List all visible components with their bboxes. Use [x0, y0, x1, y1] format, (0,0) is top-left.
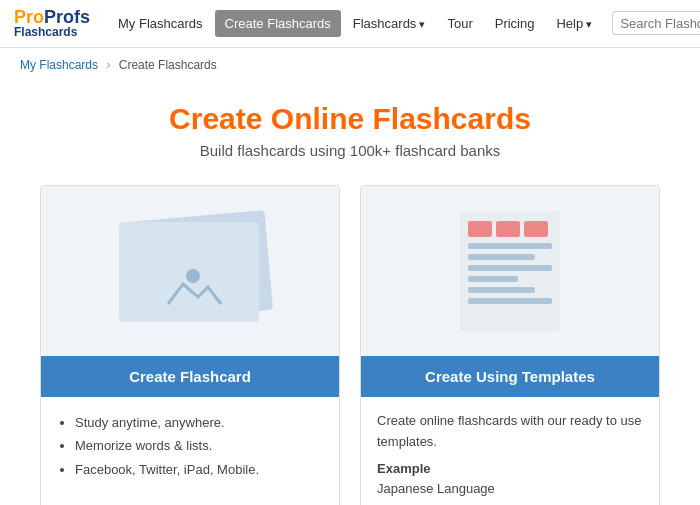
tmpl-line-5	[468, 287, 535, 293]
tmpl-box-1	[468, 221, 492, 237]
flashcard-illustration	[105, 206, 275, 336]
tmpl-line-6	[468, 298, 552, 304]
logo-sub: Flashcards	[14, 26, 90, 39]
card1-features-list: Study anytime, anywhere.Memorize words &…	[57, 411, 323, 481]
search-input[interactable]	[620, 16, 700, 31]
card2-image	[361, 186, 659, 356]
template-page	[460, 211, 560, 331]
nav-my-flashcards[interactable]: My Flashcards	[108, 10, 213, 37]
flashcard-image-icon	[163, 262, 223, 312]
nav-create-flashcards[interactable]: Create Flashcards	[215, 10, 341, 37]
breadcrumb-home[interactable]: My Flashcards	[20, 58, 98, 72]
tmpl-line-4	[468, 276, 518, 282]
card2-body: Create online flashcards with our ready …	[361, 397, 659, 505]
flashcard-front	[119, 222, 259, 322]
card1-body: Study anytime, anywhere.Memorize words &…	[41, 397, 339, 495]
breadcrumb: My Flashcards › Create Flashcards	[0, 48, 700, 82]
tmpl-box-3	[524, 221, 548, 237]
tmpl-line-3	[468, 265, 552, 271]
card2-example-label: Example	[377, 459, 643, 480]
breadcrumb-separator: ›	[106, 58, 110, 72]
svg-point-0	[186, 269, 200, 283]
breadcrumb-current: Create Flashcards	[119, 58, 217, 72]
template-boxes	[468, 221, 552, 237]
logo-pro: Pro	[14, 7, 44, 27]
logo[interactable]: ProProfs Flashcards	[14, 8, 90, 39]
template-illustration	[445, 206, 575, 336]
list-item: Facebook, Twitter, iPad, Mobile.	[75, 458, 323, 481]
header: ProProfs Flashcards My Flashcards Create…	[0, 0, 700, 48]
create-templates-card: Create Using Templates Create online fla…	[360, 185, 660, 505]
tmpl-line-2	[468, 254, 535, 260]
nav-tour[interactable]: Tour	[437, 10, 482, 37]
nav-help-dropdown[interactable]: Help	[546, 10, 602, 37]
card1-image	[41, 186, 339, 356]
create-flashcard-button[interactable]: Create Flashcard	[41, 356, 339, 397]
main-nav: My Flashcards Create Flashcards Flashcar…	[108, 10, 700, 37]
cards-section: Create Flashcard Study anytime, anywhere…	[0, 185, 700, 505]
list-item: Study anytime, anywhere.	[75, 411, 323, 434]
tmpl-line-1	[468, 243, 552, 249]
search-box[interactable]: 🔍	[612, 11, 700, 35]
create-flashcard-card: Create Flashcard Study anytime, anywhere…	[40, 185, 340, 505]
tmpl-box-2	[496, 221, 520, 237]
logo-profs: Profs	[44, 7, 90, 27]
nav-flashcards-dropdown[interactable]: Flashcards	[343, 10, 436, 37]
card2-example-value: Japanese Language	[377, 479, 643, 500]
card2-description: Create online flashcards with our ready …	[377, 411, 643, 453]
hero-title: Create Online Flashcards	[0, 102, 700, 136]
create-templates-button[interactable]: Create Using Templates	[361, 356, 659, 397]
hero-subtitle: Build flashcards using 100k+ flashcard b…	[0, 142, 700, 159]
hero-section: Create Online Flashcards Build flashcard…	[0, 82, 700, 175]
nav-pricing[interactable]: Pricing	[485, 10, 545, 37]
list-item: Memorize words & lists.	[75, 434, 323, 457]
